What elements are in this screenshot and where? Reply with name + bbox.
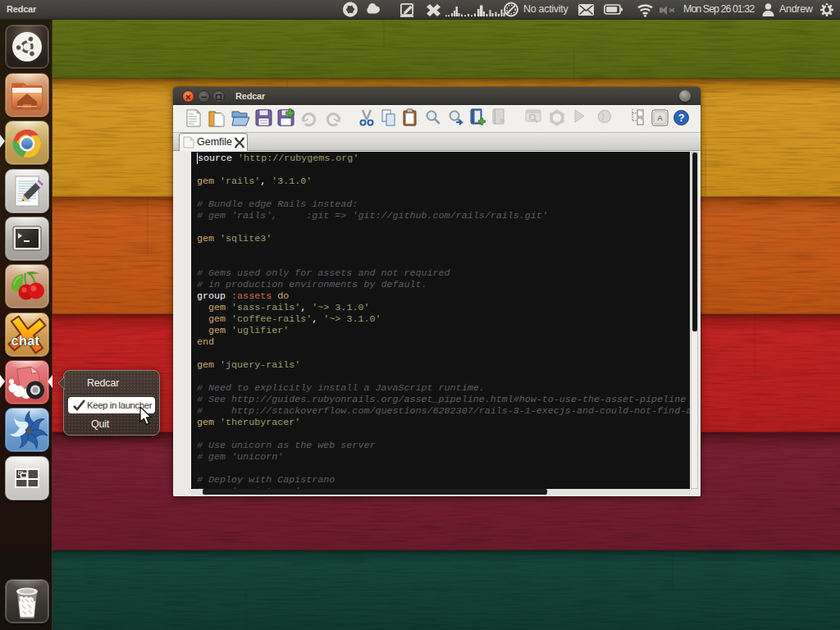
svg-text:chat: chat xyxy=(11,334,40,348)
svg-text:?: ? xyxy=(678,112,685,124)
svg-text:A: A xyxy=(657,114,662,122)
